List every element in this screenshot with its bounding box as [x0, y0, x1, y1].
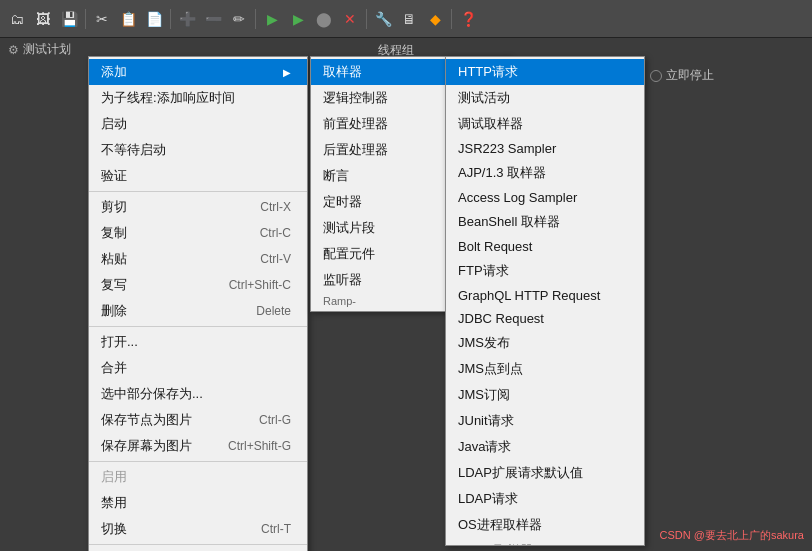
- menu-item-start[interactable]: 启动: [89, 111, 307, 137]
- toolbar-icon-run[interactable]: ▶: [261, 8, 283, 30]
- menu-item-start-nowait[interactable]: 不等待启动: [89, 137, 307, 163]
- menu-item-toggle[interactable]: 切换 Ctrl-T: [89, 516, 307, 542]
- menu-item-graphql[interactable]: GraphQL HTTP Request: [446, 284, 644, 307]
- menu-item-delete-label: 删除: [101, 302, 127, 320]
- menu-item-os-process-label: OS进程取样器: [458, 516, 542, 534]
- menu-item-rewrite-label: 复写: [101, 276, 127, 294]
- menu-item-beanshell[interactable]: BeanShell 取样器: [446, 209, 644, 235]
- menu-item-paste[interactable]: 粘贴 Ctrl-V: [89, 246, 307, 272]
- menu-item-ldap-ext-label: LDAP扩展请求默认值: [458, 464, 583, 482]
- menu-item-help[interactable]: 帮助: [89, 547, 307, 551]
- tree-item-label: 测试计划: [23, 41, 71, 58]
- menu-item-open-label: 打开...: [101, 333, 138, 351]
- menu-item-java[interactable]: Java请求: [446, 434, 644, 460]
- menu-item-test-fragment-label: 测试片段: [323, 219, 375, 237]
- shortcut-toggle: Ctrl-T: [261, 522, 291, 536]
- toolbar-icon-collapse[interactable]: ➖: [202, 8, 224, 30]
- radio-circle-stop-immediately: [650, 70, 662, 82]
- toolbar-icon-monitor[interactable]: 🖥: [398, 8, 420, 30]
- menu-item-ldap[interactable]: LDAP请求: [446, 486, 644, 512]
- menu-item-ldap-label: LDAP请求: [458, 490, 518, 508]
- menu-item-jdbc[interactable]: JDBC Request: [446, 307, 644, 330]
- menu-item-add[interactable]: 添加 ▶: [89, 59, 307, 85]
- menu-item-smtp-label: SMTP取样器: [458, 542, 533, 546]
- menu-item-save-node-img-label: 保存节点为图片: [101, 411, 192, 429]
- menu-item-post-processor-label: 后置处理器: [323, 141, 388, 159]
- menu-item-smtp[interactable]: SMTP取样器: [446, 538, 644, 546]
- menu-item-os-process[interactable]: OS进程取样器: [446, 512, 644, 538]
- menu-item-save-screen-img-label: 保存屏幕为图片: [101, 437, 192, 455]
- toolbar-icon-paste[interactable]: 📄: [143, 8, 165, 30]
- toolbar-icon-run2[interactable]: ▶: [287, 8, 309, 30]
- toolbar-icon-save[interactable]: 💾: [58, 8, 80, 30]
- menu-item-ftp-label: FTP请求: [458, 262, 509, 280]
- toolbar: 🗂 🖼 💾 ✂ 📋 📄 ➕ ➖ ✏ ▶ ▶ ⬤ ✕ 🔧 🖥 ◆ ❓: [0, 0, 812, 38]
- menu-item-assertion-label: 断言: [323, 167, 349, 185]
- menu-item-cut[interactable]: 剪切 Ctrl-X: [89, 194, 307, 220]
- menu-item-jdbc-label: JDBC Request: [458, 311, 544, 326]
- menu-sep-4: [89, 544, 307, 545]
- menu-item-start-nowait-label: 不等待启动: [101, 141, 166, 159]
- menu-item-jms-p2p-label: JMS点到点: [458, 360, 523, 378]
- shortcut-delete: Delete: [256, 304, 291, 318]
- menu-item-disable-label: 禁用: [101, 494, 127, 512]
- toolbar-icon-expand[interactable]: ➕: [176, 8, 198, 30]
- menu-item-ajp-label: AJP/1.3 取样器: [458, 164, 546, 182]
- menu-item-toggle-label: 切换: [101, 520, 127, 538]
- menu-sep-3: [89, 461, 307, 462]
- menu-item-junit[interactable]: JUnit请求: [446, 408, 644, 434]
- shortcut-cut: Ctrl-X: [260, 200, 291, 214]
- toolbar-icon-stop[interactable]: ⬤: [313, 8, 335, 30]
- menu-sep-1: [89, 191, 307, 192]
- menu-item-jsr223-label: JSR223 Sampler: [458, 141, 556, 156]
- menu-item-copy[interactable]: 复制 Ctrl-C: [89, 220, 307, 246]
- menu-item-validate[interactable]: 验证: [89, 163, 307, 189]
- shortcut-copy: Ctrl-C: [260, 226, 291, 240]
- radio-stop-immediately[interactable]: 立即停止: [650, 67, 714, 84]
- menu-item-delete[interactable]: 删除 Delete: [89, 298, 307, 324]
- menu-item-bolt[interactable]: Bolt Request: [446, 235, 644, 258]
- menu-item-ldap-ext[interactable]: LDAP扩展请求默认值: [446, 460, 644, 486]
- menu-item-open[interactable]: 打开...: [89, 329, 307, 355]
- shortcut-paste: Ctrl-V: [260, 252, 291, 266]
- toolbar-separator-1: [85, 9, 86, 29]
- menu-item-add-response-time[interactable]: 为子线程:添加响应时间: [89, 85, 307, 111]
- menu-item-test-action[interactable]: 测试活动: [446, 85, 644, 111]
- menu-item-save-selection[interactable]: 选中部分保存为...: [89, 381, 307, 407]
- menu-item-merge[interactable]: 合并: [89, 355, 307, 381]
- menu-item-jms-pub[interactable]: JMS发布: [446, 330, 644, 356]
- menu-item-bolt-label: Bolt Request: [458, 239, 532, 254]
- menu-item-jsr223[interactable]: JSR223 Sampler: [446, 137, 644, 160]
- menu-sep-2: [89, 326, 307, 327]
- toolbar-icon-cut[interactable]: ✂: [91, 8, 113, 30]
- menu-item-jms-sub[interactable]: JMS订阅: [446, 382, 644, 408]
- menu-item-jms-p2p[interactable]: JMS点到点: [446, 356, 644, 382]
- menu-item-debug-sampler[interactable]: 调试取样器: [446, 111, 644, 137]
- menu-item-ftp[interactable]: FTP请求: [446, 258, 644, 284]
- toolbar-icon-edit[interactable]: ✏: [228, 8, 250, 30]
- toolbar-icon-diamond[interactable]: ◆: [424, 8, 446, 30]
- menu-item-jms-sub-label: JMS订阅: [458, 386, 510, 404]
- watermark-text: CSDN @要去北上广的sakura: [660, 529, 804, 541]
- menu-item-save-node-img[interactable]: 保存节点为图片 Ctrl-G: [89, 407, 307, 433]
- menu-item-pre-processor-label: 前置处理器: [323, 115, 388, 133]
- toolbar-icon-open[interactable]: 🖼: [32, 8, 54, 30]
- menu-item-save-screen-img[interactable]: 保存屏幕为图片 Ctrl+Shift-G: [89, 433, 307, 459]
- menu-item-logic-ctrl-label: 逻辑控制器: [323, 89, 388, 107]
- menu-item-add-label: 添加: [101, 63, 127, 81]
- menu-item-rewrite[interactable]: 复写 Ctrl+Shift-C: [89, 272, 307, 298]
- toolbar-icon-help[interactable]: ❓: [457, 8, 479, 30]
- toolbar-icon-new[interactable]: 🗂: [6, 8, 28, 30]
- toolbar-icon-settings[interactable]: 🔧: [372, 8, 394, 30]
- menu-item-copy-label: 复制: [101, 224, 127, 242]
- toolbar-separator-5: [451, 9, 452, 29]
- menu-item-access-log[interactable]: Access Log Sampler: [446, 186, 644, 209]
- menu-item-disable[interactable]: 禁用: [89, 490, 307, 516]
- menu-item-http-request[interactable]: HTTP请求: [446, 59, 644, 85]
- toolbar-icon-clear[interactable]: ✕: [339, 8, 361, 30]
- menu-item-ajp[interactable]: AJP/1.3 取样器: [446, 160, 644, 186]
- menu-item-merge-label: 合并: [101, 359, 127, 377]
- toolbar-icon-copy[interactable]: 📋: [117, 8, 139, 30]
- menu-item-access-log-label: Access Log Sampler: [458, 190, 577, 205]
- menu-item-timer-label: 定时器: [323, 193, 362, 211]
